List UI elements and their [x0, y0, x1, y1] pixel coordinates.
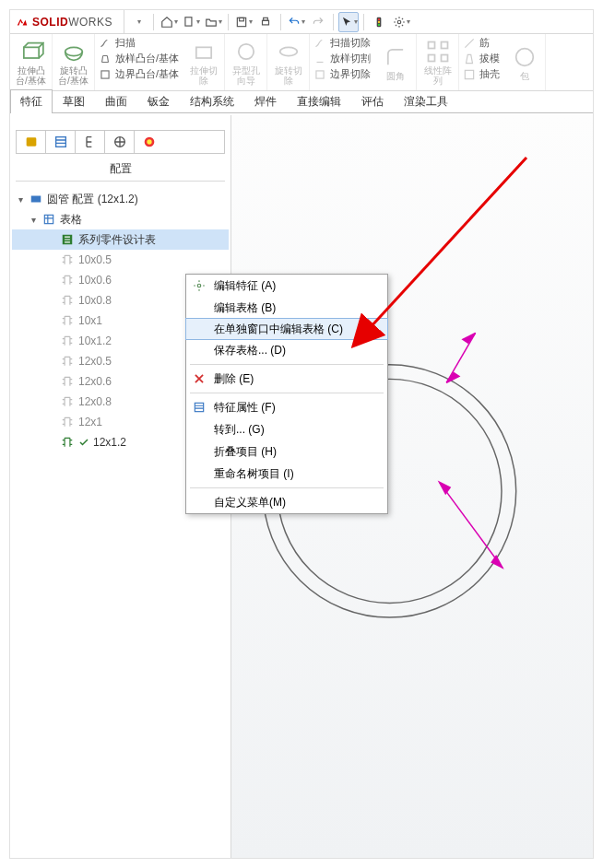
ribbon: 拉伸凸 台/基体 旋转凸 台/基体 扫描 放样凸台/基体 边界凸台/基体 拉伸切… [10, 34, 593, 91]
tab-钣金[interactable]: 钣金 [137, 89, 180, 113]
command-tabs: 特征草图曲面钣金结构系统焊件直接编辑评估渲染工具 [10, 91, 593, 113]
svg-point-7 [378, 20, 380, 22]
svg-point-9 [397, 20, 401, 24]
select-button[interactable]: ▾ [338, 12, 359, 32]
svg-rect-20 [441, 55, 447, 62]
svg-rect-28 [31, 196, 41, 203]
svg-rect-4 [264, 18, 268, 20]
svg-marker-37 [491, 556, 502, 568]
undo-button[interactable]: ▾ [286, 12, 306, 32]
svg-rect-2 [239, 18, 243, 21]
feature-stack: 筋 拔模 抽壳 [459, 34, 503, 90]
menu-item-9[interactable]: 自定义菜单(M) [186, 491, 387, 513]
redo-button[interactable] [308, 12, 328, 32]
svg-rect-21 [465, 70, 473, 78]
menu-item-6[interactable]: 转到... (G) [186, 418, 387, 440]
extrude-cut-button[interactable]: 拉伸切 除 [183, 34, 225, 90]
svg-point-11 [65, 47, 82, 55]
svg-rect-29 [44, 215, 53, 223]
svg-line-33 [446, 333, 475, 382]
svg-rect-17 [428, 42, 434, 49]
tab-渲染工具[interactable]: 渲染工具 [394, 89, 458, 113]
linear-pattern-button[interactable]: 线性阵 列 [417, 34, 459, 90]
tab-草图[interactable]: 草图 [53, 89, 95, 113]
tree-root[interactable]: ▾圆管 配置 (12x1.2) [12, 189, 229, 209]
svg-point-22 [515, 48, 533, 65]
svg-rect-13 [195, 47, 210, 58]
display-manager-tab[interactable] [135, 131, 164, 153]
quick-access-toolbar: ▾ ▾ ▾ ▾ ▾ ▾ ▾ ▾ [124, 10, 415, 33]
save-button[interactable]: ▾ [233, 12, 254, 32]
sweep-button[interactable]: 扫描 [99, 36, 136, 50]
svg-point-14 [238, 44, 253, 59]
svg-rect-12 [101, 70, 109, 77]
menu-item-7[interactable]: 折叠项目 (H) [186, 440, 387, 463]
svg-rect-24 [55, 137, 65, 147]
configuration-manager-tab[interactable] [76, 131, 105, 153]
menu-item-0[interactable]: 编辑特征 (A) [186, 275, 387, 297]
print-button[interactable] [255, 12, 276, 32]
menu-item-8[interactable]: 重命名树项目 (I) [186, 463, 387, 485]
svg-rect-0 [184, 17, 191, 25]
manager-pane-tabs [16, 130, 225, 154]
svg-point-8 [378, 23, 380, 25]
tab-直接编辑[interactable]: 直接编辑 [287, 89, 351, 113]
menu-dropdown[interactable]: ▾ [128, 12, 148, 32]
tab-结构系统[interactable]: 结构系统 [180, 89, 244, 113]
hole-wizard-button[interactable]: 异型孔 向导 [225, 34, 267, 90]
boundary-cut-button[interactable]: 边界切除 [313, 67, 371, 81]
tree-design-table[interactable]: 系列零件设计表 [12, 229, 229, 250]
settings-button[interactable]: ▾ [391, 12, 411, 32]
svg-point-6 [378, 18, 380, 19]
svg-rect-3 [263, 20, 269, 25]
tab-特征[interactable]: 特征 [10, 89, 53, 113]
menu-item-3[interactable]: 保存表格... (D) [186, 339, 387, 361]
menu-item-2[interactable]: 在单独窗口中编辑表格 (C) [185, 318, 388, 340]
extrude-boss-button[interactable]: 拉伸凸 台/基体 [10, 34, 53, 90]
tab-评估[interactable]: 评估 [351, 89, 394, 113]
svg-marker-35 [463, 333, 476, 343]
menu-item-1[interactable]: 编辑表格 (B) [186, 297, 387, 319]
fillet-button[interactable]: 圆角 [374, 34, 417, 90]
tree-tables[interactable]: ▾表格 [12, 209, 229, 229]
config-10x0-5[interactable]: 10x0.5 [12, 250, 229, 270]
svg-point-15 [279, 47, 297, 55]
svg-rect-40 [195, 403, 203, 411]
boss-stack: 扫描 放样凸台/基体 边界凸台/基体 [95, 34, 183, 90]
panel-title: 配置 [16, 156, 225, 182]
cut-stack: 扫描切除 放样切割 边界切除 [310, 34, 374, 90]
draft-button[interactable]: 拔模 [463, 52, 500, 65]
new-button[interactable]: ▾ [181, 12, 201, 32]
tab-焊件[interactable]: 焊件 [244, 89, 287, 113]
svg-rect-23 [26, 137, 36, 146]
loft-cut-button[interactable]: 放样切割 [313, 52, 371, 65]
home-button[interactable]: ▾ [159, 12, 179, 32]
rib-button[interactable]: 筋 [463, 36, 490, 50]
traffic-light-icon[interactable] [369, 12, 389, 32]
revolve-cut-button[interactable]: 旋转切 除 [267, 34, 310, 90]
menu-item-4[interactable]: 删除 (E) [186, 368, 387, 390]
dimxpert-tab[interactable] [105, 131, 135, 153]
svg-marker-38 [439, 482, 450, 494]
svg-rect-18 [441, 42, 447, 49]
context-menu: 编辑特征 (A)编辑表格 (B)在单独窗口中编辑表格 (C)保存表格... (D… [185, 274, 388, 514]
svg-point-27 [147, 139, 151, 144]
app-logo: SOLIDWORKS [10, 16, 118, 29]
revolve-boss-button[interactable]: 旋转凸 台/基体 [53, 34, 95, 90]
menu-item-5[interactable]: 特征属性 (F) [186, 396, 387, 418]
boundary-button[interactable]: 边界凸台/基体 [99, 67, 179, 81]
shell-button[interactable]: 抽壳 [463, 67, 500, 81]
wrap-button[interactable]: 包 [503, 34, 546, 90]
feature-manager-tab[interactable] [17, 131, 46, 153]
tab-曲面[interactable]: 曲面 [95, 89, 137, 113]
svg-rect-16 [316, 70, 324, 77]
loft-button[interactable]: 放样凸台/基体 [99, 52, 179, 65]
svg-point-39 [197, 284, 201, 287]
title-bar: SOLIDWORKS ▾ ▾ ▾ ▾ ▾ ▾ ▾ ▾ [10, 10, 593, 34]
property-manager-tab[interactable] [46, 131, 76, 153]
open-button[interactable]: ▾ [203, 12, 223, 32]
svg-rect-19 [428, 55, 434, 62]
svg-line-36 [439, 482, 502, 568]
svg-rect-10 [23, 47, 38, 58]
sweep-cut-button[interactable]: 扫描切除 [313, 36, 371, 50]
